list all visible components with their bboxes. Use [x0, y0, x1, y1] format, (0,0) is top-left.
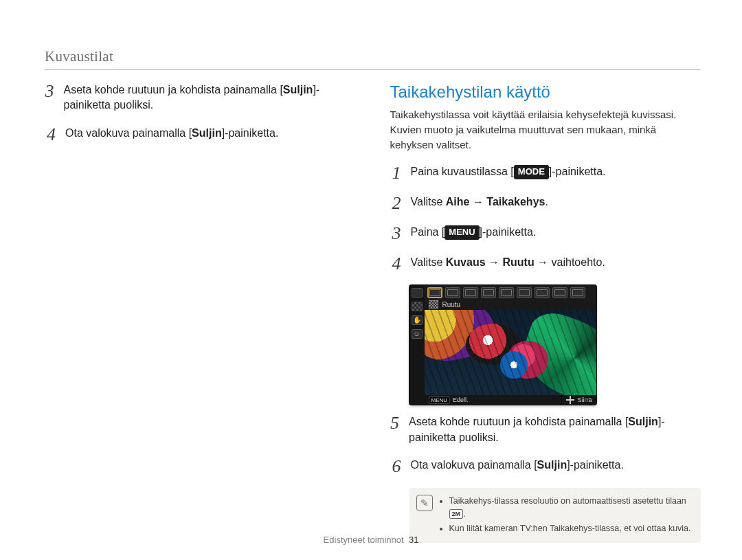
left-column: 3 Aseta kohde ruutuun ja kohdista painam… [45, 82, 356, 543]
lcd-back-label: Edell. [453, 396, 469, 403]
frame-thumb [499, 287, 514, 298]
frame-thumb [427, 287, 442, 298]
step-number: 2 [390, 194, 401, 212]
frame-thumb [463, 287, 478, 298]
frame-thumb [552, 287, 567, 298]
note-item: Kun liität kameran TV:hen Taikakehys-til… [449, 522, 692, 535]
note-item: Taikakehys-tilassa resoluutio on automaa… [449, 495, 692, 521]
subsection-title: Taikakehystilan käyttö [390, 82, 701, 102]
frame-thumb [535, 287, 550, 298]
footer-section: Edistyneet toiminnot [324, 535, 404, 545]
step-number: 3 [45, 82, 54, 100]
frame-thumb [517, 287, 532, 298]
step-text: Valitse Aihe → Taikakehys. [411, 194, 548, 210]
lcd-move-label: Siirrä [577, 396, 592, 403]
step: 5 Aseta kohde ruutuun ja kohdista painam… [390, 414, 701, 445]
step: 3 Paina [MENU]-painiketta. [390, 225, 701, 243]
lcd-option-bar: Ruutu [425, 299, 596, 310]
menu-button-chip: MENU [445, 225, 479, 240]
step-text: Valitse Kuvaus → Ruutu → vaihtoehto. [411, 255, 605, 270]
lcd-preview-image [425, 310, 596, 395]
step-text: Paina [MENU]-painiketta. [411, 225, 537, 240]
step-text: Paina kuvaustilassa [MODE]-painiketta. [411, 164, 606, 179]
step-text: Ota valokuva painamalla [Suljin]-painike… [65, 126, 278, 141]
menu-chip-icon: MENU [429, 396, 451, 404]
step-number: 4 [45, 126, 56, 144]
hand-icon [412, 315, 423, 325]
frame-thumb [570, 287, 585, 298]
camera-lcd: Ruutu MENU Edell. [409, 285, 596, 405]
step-text: Aseta kohde ruutuun ja kohdista painamal… [409, 414, 701, 445]
right-column: Taikakehystilan käyttö Taikakehystilassa… [390, 82, 701, 543]
option-icon [429, 300, 438, 309]
step: 2 Valitse Aihe → Taikakehys. [390, 194, 701, 212]
lcd-bottom-bar: MENU Edell. Siirrä [425, 395, 596, 405]
step-number: 4 [390, 255, 401, 273]
page-footer: Edistyneet toiminnot 31 [0, 535, 742, 545]
camera-icon [412, 288, 423, 298]
step: 6 Ota valokuva painamalla [Suljin]-paini… [390, 458, 701, 475]
step: 3 Aseta kohde ruutuun ja kohdista painam… [45, 82, 356, 113]
frame-thumb [445, 287, 460, 298]
dpad-icon [566, 396, 574, 404]
note-icon: ✎ [416, 495, 433, 511]
frame-thumb [481, 287, 496, 298]
grid-icon [412, 302, 423, 311]
resolution-chip: 2M [449, 509, 464, 519]
mode-button-chip: MODE [514, 165, 549, 179]
step-number: 6 [390, 458, 401, 475]
step-number: 3 [390, 225, 401, 243]
lcd-left-sidebar [409, 285, 425, 405]
step-text: Ota valokuva painamalla [Suljin]-painike… [411, 458, 624, 473]
section-header: Kuvaustilat [45, 48, 701, 70]
step-number: 5 [390, 414, 400, 432]
face-icon [412, 329, 423, 339]
intro-paragraph: Taikakehystilassa voit käyttää erilaisia… [390, 107, 701, 152]
step-number: 1 [390, 164, 401, 182]
step-text: Aseta kohde ruutuun ja kohdista painamal… [64, 82, 356, 113]
page-number: 31 [409, 535, 418, 545]
step: 1 Paina kuvaustilassa [MODE]-painiketta. [390, 164, 701, 182]
step: 4 Ota valokuva painamalla [Suljin]-paini… [45, 126, 356, 144]
lcd-option-label: Ruutu [442, 301, 461, 309]
step: 4 Valitse Kuvaus → Ruutu → vaihtoehto. [390, 255, 701, 273]
